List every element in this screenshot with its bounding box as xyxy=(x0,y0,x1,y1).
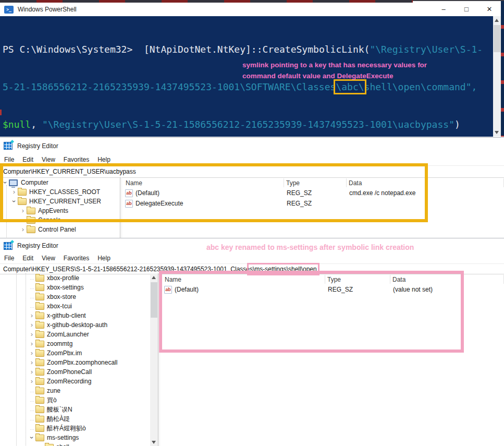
chevron-right-icon[interactable]: › xyxy=(28,340,35,347)
menu-item-edit[interactable]: Edit xyxy=(18,255,38,262)
screenshot-root: >_ Windows PowerShell – □ ✕ PS C:\Window… xyxy=(0,0,504,446)
powershell-titlebar[interactable]: >_ Windows PowerShell – □ ✕ xyxy=(0,3,501,16)
registry-value-row[interactable]: abDelegateExecute REG_SZ xyxy=(124,198,504,209)
chevron-right-icon[interactable]: › xyxy=(28,321,35,329)
value-data: cmd.exe /c notepad.exe xyxy=(347,189,504,197)
tree-item-garbled-4[interactable]: …醅杵Á煋翱躳ò xyxy=(0,424,150,433)
column-header-name[interactable]: Name xyxy=(163,275,325,284)
annotation-rename: abc key renamed to ms-settings after sym… xyxy=(206,243,414,251)
chevron-right-icon[interactable]: › xyxy=(28,331,35,338)
registry-value-row[interactable]: ab(Default) REG_SZ cmd.exe /c notepad.ex… xyxy=(124,188,504,198)
menu-item-view[interactable]: View xyxy=(38,156,59,163)
chevron-down-icon[interactable]: › xyxy=(10,198,18,205)
chevron-right-icon[interactable]: › xyxy=(28,349,35,357)
tree-item-x-github-client[interactable]: ›x-github-client xyxy=(0,311,150,320)
tree-item-garbled-1[interactable]: …買ò xyxy=(0,395,150,405)
tree-item-label: Control Panel xyxy=(38,226,76,233)
tree-item-control-panel[interactable]: › Control Panel xyxy=(0,225,120,234)
tree-item-garbled-2[interactable]: …醱板`误N xyxy=(0,405,150,414)
menu-item-favorites[interactable]: Favorites xyxy=(59,255,93,262)
scroll-up-icon[interactable] xyxy=(495,19,499,22)
column-header-name[interactable]: Name xyxy=(124,178,284,187)
column-header-type[interactable]: Type xyxy=(325,275,390,284)
scroll-up-icon[interactable] xyxy=(152,276,156,279)
registry2-tree-pane: …xbox-profile …xbox-settings …xbox-store… xyxy=(0,273,150,446)
chevron-down-icon[interactable]: › xyxy=(2,179,9,186)
maximize-button[interactable]: □ xyxy=(455,3,478,16)
tree-scrollbar[interactable] xyxy=(150,273,158,446)
abc-highlight-box: \abc\ xyxy=(336,81,364,92)
chevron-right-icon[interactable]: › xyxy=(10,188,18,196)
scrollbar-thumb[interactable] xyxy=(151,282,157,318)
tree-item-zoomlauncher[interactable]: ›ZoomLauncher xyxy=(0,330,150,339)
annotation-line-2: command default value and DelegateExecut… xyxy=(242,70,427,81)
scrollbar-thumb[interactable] xyxy=(494,25,500,52)
tree-item-ms-settings[interactable]: ›ms-settings xyxy=(0,433,150,442)
tree-item-shell[interactable]: ›shell xyxy=(0,442,150,446)
chevron-right-icon[interactable]: › xyxy=(28,368,35,376)
tree-item-zoomphonecall[interactable]: ›ZoomPhoneCall xyxy=(0,367,150,377)
registry1-titlebar[interactable]: Registry Editor xyxy=(0,138,504,154)
folder-icon xyxy=(18,198,27,205)
left-edge-artifact xyxy=(0,110,2,115)
menu-item-help[interactable]: Help xyxy=(93,255,115,262)
registry-value-row[interactable]: ab(Default) REG_SZ (value not set) xyxy=(163,284,504,295)
tree-item-xbox-profile[interactable]: …xbox-profile xyxy=(0,273,150,283)
tree-item-appevents[interactable]: › AppEvents xyxy=(0,206,120,215)
tree-stub-icon: … xyxy=(28,425,35,432)
tree-item-x-github-desktop-auth[interactable]: ›x-github-desktop-auth xyxy=(0,320,150,330)
tree-item-xbox-settings[interactable]: …xbox-settings xyxy=(0,283,150,292)
tree-item-console[interactable]: › Console xyxy=(0,215,120,225)
window-controls: – □ ✕ xyxy=(432,3,501,16)
tree-item-label: xbox-tcui xyxy=(47,303,72,310)
scroll-down-icon[interactable] xyxy=(152,441,156,444)
tree-item-label: HKEY_CLASSES_ROOT xyxy=(29,188,100,196)
menu-item-favorites[interactable]: Favorites xyxy=(59,156,93,163)
tree-item-xbox-tcui[interactable]: …xbox-tcui xyxy=(0,302,150,311)
tree-guide-line xyxy=(26,273,26,446)
tree-item-hkey-current-user[interactable]: › HKEY_CURRENT_USER xyxy=(0,197,120,206)
tree-item-label: zune xyxy=(47,387,60,394)
tree-item-label: ZoomPhoneCall xyxy=(47,368,92,376)
menu-item-file[interactable]: File xyxy=(0,156,18,163)
tree-item-garbled-3[interactable]: …酳松À踶 xyxy=(0,414,150,424)
folder-icon xyxy=(35,312,44,319)
chevron-down-icon[interactable]: › xyxy=(38,443,45,446)
console-scrollbar[interactable] xyxy=(493,16,501,137)
chevron-right-icon[interactable]: › xyxy=(19,216,27,224)
close-button[interactable]: ✕ xyxy=(478,3,501,16)
registry1-address-bar[interactable]: Computer\HKEY_CURRENT_USER\uacbypass xyxy=(0,166,504,178)
column-header-data[interactable]: Data xyxy=(390,275,504,284)
chevron-right-icon[interactable]: › xyxy=(19,207,27,214)
tree-stub-icon: … xyxy=(28,396,35,404)
menu-item-file[interactable]: File xyxy=(0,255,18,262)
column-header-data[interactable]: Data xyxy=(347,178,504,187)
scroll-down-icon[interactable] xyxy=(495,131,499,134)
menu-item-view[interactable]: View xyxy=(38,255,59,262)
registry1-window-title: Registry Editor xyxy=(17,142,58,150)
tree-item-zoompbx-zoomphonecall[interactable]: ›ZoomPbx.zoomphonecall xyxy=(0,358,150,367)
chevron-down-icon[interactable]: › xyxy=(28,434,35,441)
registry-editor-window-1: Registry Editor File Edit View Favorites… xyxy=(0,137,504,238)
minimize-button[interactable]: – xyxy=(432,3,455,16)
tree-item-label: xbox-settings xyxy=(47,284,84,291)
menu-item-help[interactable]: Help xyxy=(93,156,115,163)
top-edge-artifact xyxy=(0,0,413,3)
tree-item-zoompbx-im[interactable]: ›ZoomPbx.im xyxy=(0,348,150,358)
tree-item-zoomrecording[interactable]: ›ZoomRecording xyxy=(0,377,150,386)
tree-item-xbox-store[interactable]: …xbox-store xyxy=(0,292,150,302)
chevron-right-icon[interactable]: › xyxy=(19,226,27,233)
pane-splitter[interactable] xyxy=(120,177,120,238)
chevron-right-icon[interactable]: › xyxy=(28,359,35,366)
values-header-row: Name Type Data xyxy=(124,178,504,188)
tree-item-computer[interactable]: › Computer xyxy=(0,178,120,187)
tree-item-hkey-classes-root[interactable]: › HKEY_CLASSES_ROOT xyxy=(0,187,120,197)
tree-item-zune[interactable]: …zune xyxy=(0,386,150,395)
menu-item-edit[interactable]: Edit xyxy=(18,156,38,163)
tree-item-label: shell xyxy=(56,443,69,446)
registry2-address-bar[interactable]: Computer\HKEY_USERS\S-1-5-21-1586556212-… xyxy=(0,264,504,274)
chevron-right-icon[interactable]: › xyxy=(28,378,35,385)
column-header-type[interactable]: Type xyxy=(284,178,347,187)
tree-item-zoommtg[interactable]: ›zoommtg xyxy=(0,339,150,348)
chevron-right-icon[interactable]: › xyxy=(28,312,35,319)
